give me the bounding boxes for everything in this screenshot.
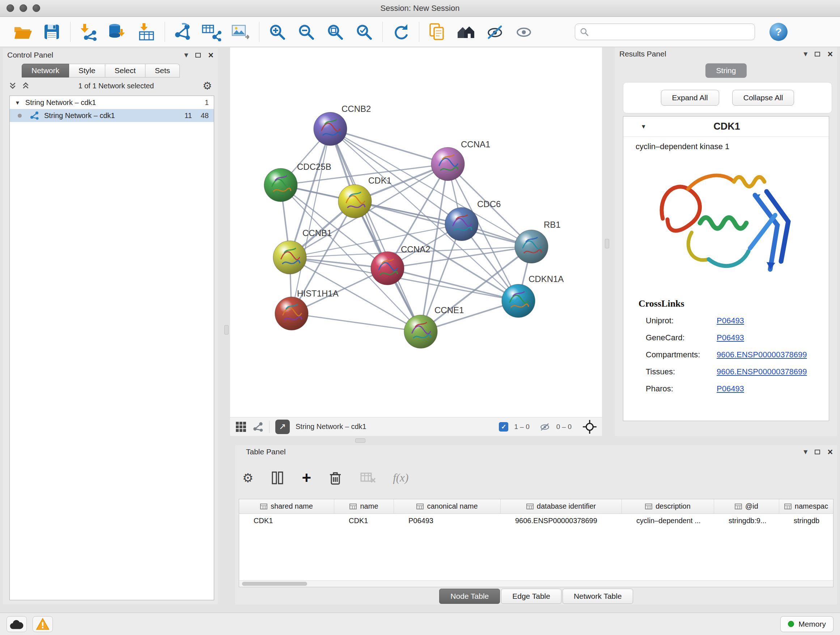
cell-description[interactable]: cyclin–dependent ...: [622, 516, 714, 525]
tab-network[interactable]: Network: [22, 64, 69, 78]
toolbar-separator: [382, 22, 383, 42]
column-header-id[interactable]: @id: [714, 499, 779, 513]
table-panel-title: Table Panel: [246, 448, 286, 456]
expand-all-button[interactable]: Expand All: [661, 90, 719, 106]
column-header-name[interactable]: name: [334, 499, 394, 513]
search-input[interactable]: [589, 28, 750, 36]
open-in-window-button[interactable]: ↗: [275, 420, 290, 434]
zoom-out-button[interactable]: [294, 20, 318, 43]
crosslink-tissues-link[interactable]: 9606.ENSP00000378699: [717, 367, 807, 377]
zoom-in-button[interactable]: [265, 20, 289, 43]
delete-trash-icon[interactable]: [327, 470, 344, 486]
new-network-button[interactable]: [171, 20, 195, 43]
network-row-selected[interactable]: String Network – cdk1 11 48: [10, 109, 214, 122]
column-header-shared-name[interactable]: shared name: [239, 499, 334, 513]
network-canvas[interactable]: CCNB2CCNA1CDC25BCDK1CDC6RB1CCNB1CCNA2CDK…: [230, 48, 602, 417]
cell-database-identifier[interactable]: 9606.ENSP00000378699: [501, 516, 622, 525]
import-network-from-database-button[interactable]: [105, 20, 129, 43]
window-zoom-icon[interactable]: [33, 4, 40, 12]
control-panel-close-icon[interactable]: ×: [208, 51, 213, 60]
memory-button[interactable]: Memory: [780, 616, 834, 632]
left-splitter-handle[interactable]: [224, 325, 229, 334]
network-options-gear-icon[interactable]: ⚙: [202, 81, 212, 91]
horizontal-scrollbar[interactable]: [239, 580, 833, 587]
expand-all-icon[interactable]: [22, 82, 30, 89]
copy-document-button[interactable]: [425, 20, 449, 43]
network-graph[interactable]: CCNB2CCNA1CDC25BCDK1CDC6RB1CCNB1CCNA2CDK…: [230, 48, 602, 417]
tab-edge-table[interactable]: Edge Table: [501, 589, 561, 604]
tab-node-table[interactable]: Node Table: [439, 589, 500, 604]
collapse-all-button[interactable]: Collapse All: [732, 90, 794, 106]
export-image-button[interactable]: [229, 20, 253, 43]
results-panel-float-icon[interactable]: [815, 52, 820, 57]
section-expanded-icon[interactable]: ▼: [641, 124, 646, 130]
import-network-icon: [79, 22, 98, 41]
cell-namespace[interactable]: stringdb: [779, 516, 833, 525]
network-view-icon[interactable]: [253, 421, 264, 432]
tree-expanded-icon[interactable]: ▼: [15, 100, 20, 106]
apply-layout-button[interactable]: [388, 20, 412, 43]
network-node-CCNB2: [314, 112, 347, 146]
results-panel-close-icon[interactable]: ×: [827, 50, 833, 59]
home-button[interactable]: [454, 20, 478, 43]
cell-canonical-name[interactable]: P06493: [394, 516, 501, 525]
tab-string[interactable]: String: [706, 63, 747, 78]
table-panel-header: Table Panel ▾ ×: [235, 445, 837, 458]
network-node-CDC25B: [264, 168, 297, 202]
table-panel-close-icon[interactable]: ×: [827, 448, 833, 456]
cloud-status-button[interactable]: [6, 616, 27, 632]
copy-document-icon: [428, 22, 447, 41]
cloud-icon: [9, 618, 25, 630]
collapse-all-icon[interactable]: [9, 82, 17, 89]
crosslink-compartments-link[interactable]: 9606.ENSP00000378699: [717, 350, 807, 359]
crosslink-label: Tissues:: [646, 367, 717, 377]
protein-title-row[interactable]: ▼ CDK1: [623, 117, 829, 137]
window-minimize-icon[interactable]: [19, 4, 27, 12]
column-header-database-identifier[interactable]: database identifier: [501, 499, 622, 513]
selected-checkbox-icon[interactable]: ✓: [499, 422, 508, 432]
tab-style[interactable]: Style: [69, 64, 105, 78]
table-panel-float-icon[interactable]: [815, 450, 820, 454]
zoom-selected-button[interactable]: [352, 20, 376, 43]
open-session-button[interactable]: [11, 20, 35, 43]
add-column-icon[interactable]: [269, 470, 286, 486]
network-from-table-button[interactable]: [200, 20, 224, 43]
zoom-fit-button[interactable]: [323, 20, 347, 43]
network-collection-row[interactable]: ▼ String Network – cdk1 1: [10, 96, 214, 109]
window-close-icon[interactable]: [6, 4, 14, 12]
import-network-from-file-button[interactable]: [76, 20, 100, 43]
tab-select[interactable]: Select: [105, 64, 145, 78]
table-row[interactable]: CDK1 CDK1 P06493 9606.ENSP00000378699 cy…: [239, 514, 833, 527]
import-table-from-file-button[interactable]: [134, 20, 158, 43]
toolbar-search[interactable]: [575, 24, 755, 40]
table-panel-collapse-icon[interactable]: ▾: [804, 448, 807, 456]
help-button[interactable]: ?: [767, 20, 790, 43]
cell-name[interactable]: CDK1: [334, 516, 394, 525]
column-header-namespace[interactable]: namespac: [779, 499, 833, 513]
column-header-description[interactable]: description: [622, 499, 714, 513]
add-row-icon[interactable]: +: [302, 470, 311, 486]
grid-view-icon[interactable]: [235, 421, 247, 432]
right-splitter-handle[interactable]: [605, 239, 609, 249]
bottom-splitter-handle[interactable]: [355, 439, 365, 443]
current-network-bullet-icon: [18, 114, 22, 118]
expand-collapse-box: Expand All Collapse All: [623, 82, 832, 113]
scrollbar-thumb[interactable]: [242, 582, 307, 586]
results-panel-collapse-icon[interactable]: ▾: [804, 50, 807, 58]
control-panel-float-icon[interactable]: [195, 53, 201, 57]
birds-eye-crosshair-icon[interactable]: [583, 420, 597, 434]
column-header-canonical-name[interactable]: canonical name: [394, 499, 501, 513]
control-panel-collapse-icon[interactable]: ▾: [184, 51, 188, 59]
cell-id[interactable]: stringdb:9...: [714, 516, 779, 525]
table-settings-gear-icon[interactable]: ⚙: [242, 472, 253, 484]
tab-network-table[interactable]: Network Table: [562, 589, 633, 604]
crosslink-pharos-link[interactable]: P06493: [717, 384, 744, 394]
warnings-button[interactable]: [33, 616, 53, 632]
tab-sets[interactable]: Sets: [145, 64, 180, 78]
show-all-button[interactable]: [512, 20, 536, 43]
save-session-button[interactable]: [40, 20, 64, 43]
crosslink-genecard-link[interactable]: P06493: [717, 333, 744, 342]
crosslink-uniprot-link[interactable]: P06493: [717, 316, 744, 325]
hide-selected-button[interactable]: [483, 20, 507, 43]
cell-shared-name[interactable]: CDK1: [239, 516, 334, 525]
